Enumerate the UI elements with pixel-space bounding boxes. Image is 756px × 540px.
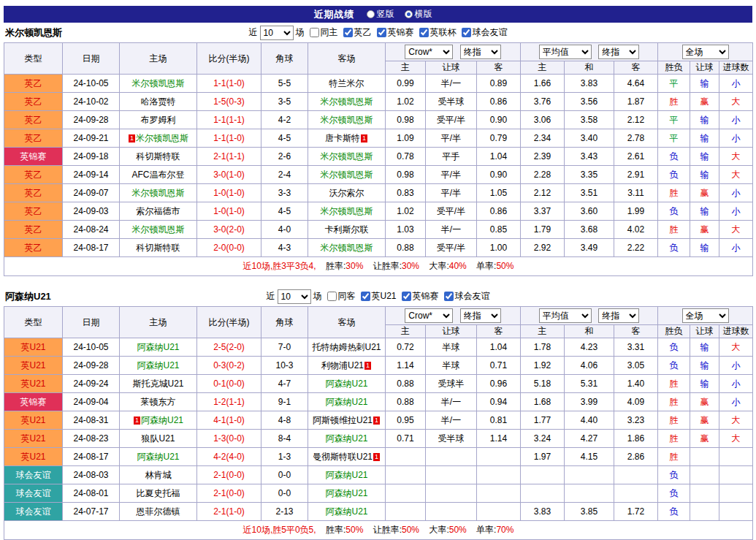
team-name[interactable]: 利物浦U21	[321, 360, 364, 370]
team-name[interactable]: 特兰米尔	[329, 78, 364, 88]
team-name[interactable]: 阿森纳U21	[325, 506, 367, 517]
avg-select[interactable]: 平均值	[539, 45, 592, 59]
league-filter-checkbox[interactable]	[360, 292, 370, 301]
away-team-cell: 米尔顿凯恩斯	[308, 202, 386, 221]
league-filter-checkbox[interactable]	[377, 28, 386, 37]
team-name[interactable]: 阿森纳U21	[325, 397, 367, 407]
league-filter[interactable]: 英联杯	[419, 26, 457, 39]
team-name[interactable]: 科切斯特联	[137, 151, 180, 161]
score-cell[interactable]: 1-3(0-0)	[197, 430, 261, 448]
team-name[interactable]: 斯托克城U21	[132, 379, 183, 389]
score-cell[interactable]: 1-5(0-3)	[197, 93, 261, 111]
team-name[interactable]: AFC温布尔登	[132, 170, 185, 180]
score-cell[interactable]: 2-0(0-0)	[197, 239, 261, 257]
score-cell[interactable]: 2-1(0-0)	[197, 466, 261, 484]
team-name[interactable]: 托特纳姆热刺U21	[312, 342, 381, 352]
team-name[interactable]: 米尔顿凯恩斯	[321, 115, 373, 125]
score-cell[interactable]: 1-1(1-0)	[197, 129, 261, 148]
team-name[interactable]: 阿森纳U21	[137, 342, 179, 352]
odds-company-select[interactable]: Crow*	[405, 308, 453, 323]
league-filter-checkbox[interactable]	[402, 292, 411, 301]
team-name[interactable]: 阿森纳U21	[141, 415, 183, 425]
recent-count-select[interactable]: 10	[277, 289, 310, 304]
team-name[interactable]: 莱顿东方	[141, 397, 176, 407]
league-filter-checkbox[interactable]	[419, 28, 429, 37]
odds-final-select[interactable]: 终指	[460, 45, 501, 59]
layout-radio-option[interactable]: 横版	[405, 8, 432, 20]
team-name[interactable]: 阿森纳U21	[137, 360, 179, 370]
league-filter[interactable]: 球会友谊	[444, 290, 490, 303]
score-cell[interactable]: 4-2(4-0)	[197, 448, 261, 466]
team-name[interactable]: 阿森纳U21	[137, 452, 179, 462]
team-name[interactable]: 米尔顿凯恩斯	[321, 96, 373, 107]
score-cell[interactable]: 2-1(0-0)	[197, 484, 261, 503]
score-cell[interactable]: 1-1(1-0)	[197, 75, 261, 93]
same-venue-filter[interactable]: 同客	[327, 290, 355, 303]
team-name[interactable]: 卡利斯尔联	[325, 224, 369, 235]
score-cell[interactable]: 4-1(1-0)	[197, 411, 261, 430]
score-cell[interactable]: 2-5(2-0)	[197, 338, 261, 357]
team-name[interactable]: 哈洛贾特	[141, 96, 176, 107]
corners-cell: 4-7	[261, 375, 308, 393]
team-name[interactable]: 沃尔索尔	[329, 188, 364, 198]
team-name[interactable]: 阿斯顿维拉U21	[313, 415, 373, 425]
score-cell[interactable]: 1-2(1-1)	[197, 393, 261, 411]
team-name[interactable]: 恩菲尔德镇	[137, 506, 180, 517]
score-cell[interactable]: 1-0(1-0)	[197, 202, 261, 221]
same-venue-checkbox[interactable]	[310, 28, 319, 37]
league-filter[interactable]: 英乙	[343, 26, 372, 39]
league-filter-checkbox[interactable]	[444, 292, 454, 301]
score-cell[interactable]: 2-1(1-1)	[197, 148, 261, 166]
avg-final-select[interactable]: 终指	[598, 308, 639, 323]
layout-radio-option[interactable]: 竖版	[367, 8, 394, 20]
team-name[interactable]: 比夏史托福	[137, 488, 180, 498]
scope-select[interactable]: 全场	[682, 45, 729, 59]
team-name[interactable]: 狼队U21	[141, 433, 175, 444]
team-name[interactable]: 米尔顿凯恩斯	[136, 133, 188, 143]
team-name[interactable]: 米尔顿凯恩斯	[132, 78, 185, 88]
team-name[interactable]: 阿森纳U21	[325, 433, 367, 444]
scope-select[interactable]: 全场	[682, 308, 729, 323]
league-filter[interactable]: 英锦赛	[377, 26, 414, 39]
radio-icon[interactable]	[367, 10, 375, 18]
same-venue-checkbox[interactable]	[327, 292, 336, 301]
team-name[interactable]: 米尔顿凯恩斯	[321, 243, 373, 253]
odds-company-select[interactable]: Crow*	[405, 45, 453, 59]
team-name[interactable]: 阿森纳U21	[325, 379, 367, 389]
avg-select[interactable]: 平均值	[539, 308, 592, 323]
team-name[interactable]: 唐卡斯特	[325, 133, 360, 143]
league-filter-checkbox[interactable]	[343, 28, 353, 37]
team-name[interactable]: 米尔顿凯恩斯	[132, 224, 185, 235]
score-cell[interactable]: 0-1(0-0)	[197, 375, 261, 393]
score-cell[interactable]: 3-0(1-0)	[197, 166, 261, 184]
recent-count-select[interactable]: 10	[260, 26, 294, 40]
team-name[interactable]: 索尔福德市	[137, 206, 180, 216]
odds-final-select[interactable]: 终指	[460, 308, 501, 323]
league-filter[interactable]: 英U21	[360, 290, 396, 303]
team-name[interactable]: 米尔顿凯恩斯	[321, 151, 373, 161]
league-filter[interactable]: 英锦赛	[402, 290, 439, 303]
score-cell[interactable]: 3-0(2-0)	[197, 221, 261, 239]
goals-result-cell: 大	[719, 93, 753, 111]
score-cell[interactable]: 1-1(1-1)	[197, 111, 261, 129]
same-venue-filter[interactable]: 同主	[310, 26, 338, 39]
league-type-cell: 英乙	[4, 129, 63, 148]
score-cell[interactable]: 2-1(1-0)	[197, 503, 261, 521]
team-name[interactable]: 米尔顿凯恩斯	[321, 170, 373, 180]
goals-result-cell: 大	[719, 221, 753, 239]
team-name[interactable]: 林肯城	[145, 470, 172, 480]
corners-cell: 1-3	[261, 448, 308, 466]
score-cell[interactable]: 1-0(1-0)	[197, 184, 261, 202]
avg-final-select[interactable]: 终指	[598, 45, 639, 59]
league-filter-checkbox[interactable]	[462, 28, 471, 37]
team-name[interactable]: 阿森纳U21	[325, 488, 367, 498]
team-name[interactable]: 阿森纳U21	[325, 470, 367, 480]
league-filter[interactable]: 球会友谊	[462, 26, 508, 39]
radio-icon[interactable]	[405, 10, 413, 18]
team-name[interactable]: 布罗姆利	[141, 115, 176, 125]
score-cell[interactable]: 0-3(0-2)	[197, 357, 261, 375]
team-name[interactable]: 米尔顿凯恩斯	[321, 206, 373, 216]
team-name[interactable]: 科切斯特联	[137, 243, 180, 253]
team-name[interactable]: 曼彻斯特联U21	[313, 452, 373, 462]
team-name[interactable]: 米尔顿凯恩斯	[132, 188, 185, 198]
